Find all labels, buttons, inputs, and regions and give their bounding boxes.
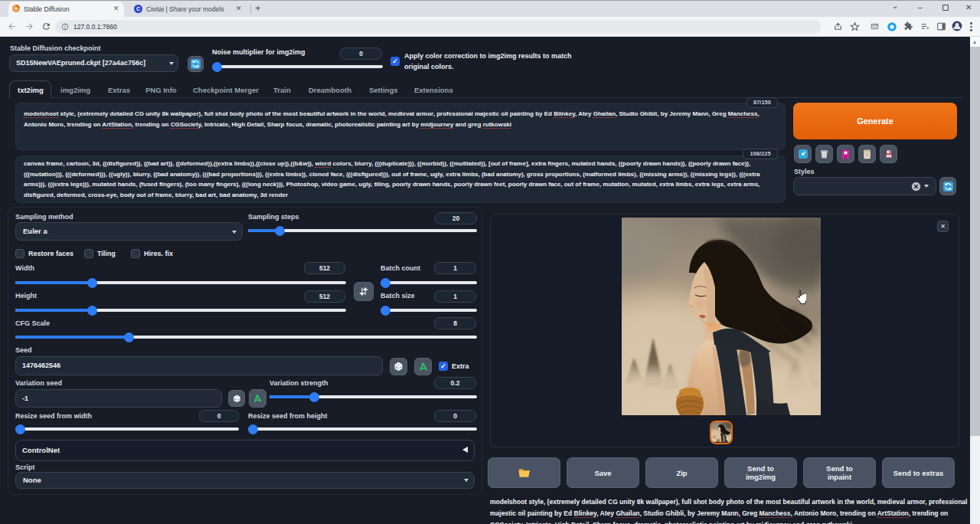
svg-text:C: C	[136, 6, 140, 11]
